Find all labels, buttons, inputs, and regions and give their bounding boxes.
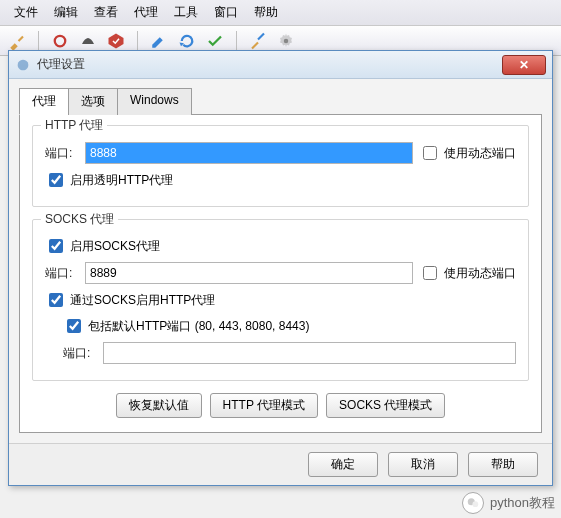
restore-defaults-button[interactable]: 恢复默认值 [116,393,202,418]
socks-group-label: SOCKS 代理 [41,211,118,228]
socks-proxy-group: SOCKS 代理 启用SOCKS代理 端口: 使用动态端口 [32,219,529,381]
socks-dynamic-port-label: 使用动态端口 [444,265,516,282]
breakpoint-icon[interactable] [107,32,125,50]
throttle-icon[interactable] [79,32,97,50]
app-icon [15,57,31,73]
menu-view[interactable]: 查看 [86,2,126,23]
validate-icon[interactable] [206,32,224,50]
socks-http-checkbox[interactable] [49,293,63,307]
repeat-icon[interactable] [178,32,196,50]
include-default-ports-label: 包括默认HTTP端口 (80, 443, 8080, 8443) [88,318,309,335]
menu-window[interactable]: 窗口 [206,2,246,23]
socks-http-label: 通过SOCKS启用HTTP代理 [70,292,215,309]
separator [236,31,237,51]
menu-file[interactable]: 文件 [6,2,46,23]
wechat-icon [462,492,484,514]
include-default-ports-checkbox[interactable] [67,319,81,333]
dialog-title: 代理设置 [37,56,502,73]
http-transparent-label: 启用透明HTTP代理 [70,172,173,189]
svg-point-0 [55,35,66,46]
separator [137,31,138,51]
socks-inner-port-label: 端口: [63,345,97,362]
record-icon[interactable] [51,32,69,50]
socks-inner-port-input[interactable] [103,342,516,364]
socks-port-label: 端口: [45,265,79,282]
http-port-input[interactable] [85,142,413,164]
http-group-label: HTTP 代理 [41,117,107,134]
http-port-label: 端口: [45,145,79,162]
help-button[interactable]: 帮助 [468,452,538,477]
tab-options[interactable]: 选项 [68,88,118,115]
tabbar: 代理 选项 Windows [19,87,542,115]
watermark: python教程 [462,492,555,514]
socks-mode-button[interactable]: SOCKS 代理模式 [326,393,445,418]
menu-edit[interactable]: 编辑 [46,2,86,23]
tab-proxy[interactable]: 代理 [19,88,69,115]
separator [38,31,39,51]
http-dynamic-port-checkbox[interactable] [423,146,437,160]
http-dynamic-port-label: 使用动态端口 [444,145,516,162]
edit-icon[interactable] [150,32,168,50]
svg-point-4 [472,501,478,507]
menu-help[interactable]: 帮助 [246,2,286,23]
tabpage-proxy: HTTP 代理 端口: 使用动态端口 启用透明HTTP代理 [19,115,542,433]
http-proxy-group: HTTP 代理 端口: 使用动态端口 启用透明HTTP代理 [32,125,529,207]
menubar: 文件 编辑 查看 代理 工具 窗口 帮助 [0,0,561,26]
http-transparent-checkbox[interactable] [49,173,63,187]
proxy-settings-dialog: 代理设置 ✕ 代理 选项 Windows HTTP 代理 端口: 使用动态端口 [8,50,553,486]
watermark-text: python教程 [490,494,555,512]
socks-dynamic-port-checkbox[interactable] [423,266,437,280]
tab-windows[interactable]: Windows [117,88,192,115]
menu-tools[interactable]: 工具 [166,2,206,23]
settings-icon[interactable] [277,32,295,50]
menu-proxy[interactable]: 代理 [126,2,166,23]
svg-marker-1 [109,33,124,48]
http-mode-button[interactable]: HTTP 代理模式 [210,393,318,418]
broom-icon[interactable] [8,32,26,50]
dialog-footer: 确定 取消 帮助 [9,443,552,485]
socks-enable-checkbox[interactable] [49,239,63,253]
cancel-button[interactable]: 取消 [388,452,458,477]
titlebar[interactable]: 代理设置 ✕ [9,51,552,79]
ok-button[interactable]: 确定 [308,452,378,477]
dialog-body: 代理 选项 Windows HTTP 代理 端口: 使用动态端口 [9,79,552,443]
mode-button-row: 恢复默认值 HTTP 代理模式 SOCKS 代理模式 [32,393,529,418]
socks-port-input[interactable] [85,262,413,284]
tools-icon[interactable] [249,32,267,50]
socks-enable-label: 启用SOCKS代理 [70,238,160,255]
close-button[interactable]: ✕ [502,55,546,75]
